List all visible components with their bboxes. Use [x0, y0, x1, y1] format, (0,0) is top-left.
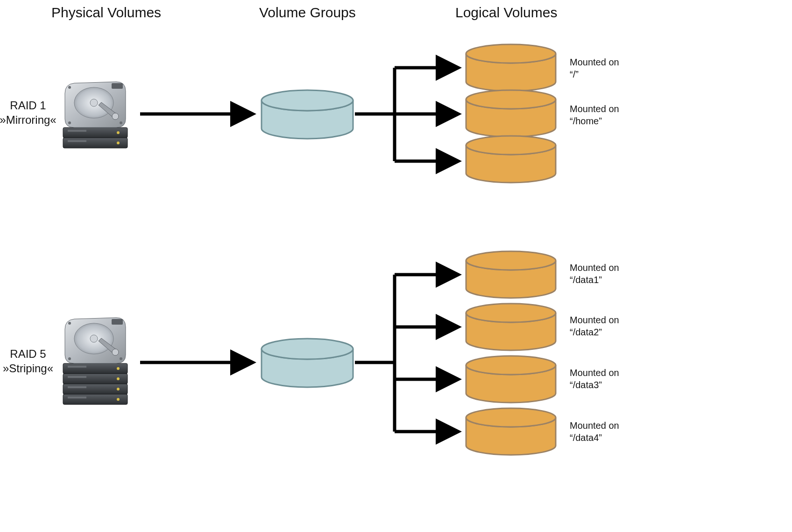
svg-point-2 [117, 131, 120, 134]
svg-point-39 [466, 136, 556, 155]
svg-point-42 [466, 356, 556, 375]
svg-rect-14 [112, 83, 123, 89]
svg-point-29 [68, 322, 71, 325]
svg-point-12 [120, 121, 122, 124]
svg-point-19 [117, 377, 120, 380]
svg-point-22 [117, 388, 120, 390]
svg-point-16 [117, 367, 120, 370]
svg-point-38 [466, 90, 556, 109]
svg-rect-34 [112, 319, 123, 325]
diagram-svg [0, 0, 792, 532]
vg-datavg-cylinder [262, 339, 353, 387]
svg-rect-3 [68, 130, 86, 132]
svg-point-8 [90, 99, 98, 106]
disk-raid1-icon [63, 82, 127, 148]
svg-point-43 [466, 408, 556, 427]
lv-home-cylinder [466, 90, 556, 137]
svg-rect-26 [68, 397, 86, 398]
lv-data4-cylinder [466, 408, 556, 455]
svg-point-37 [466, 44, 556, 63]
svg-point-33 [112, 349, 119, 355]
arrow-rootvg-branch [355, 68, 455, 161]
svg-point-25 [117, 398, 120, 401]
lv-data2-cylinder [466, 304, 556, 350]
lv-data1-cylinder [466, 251, 556, 298]
svg-point-40 [466, 251, 556, 270]
svg-rect-6 [68, 140, 86, 142]
svg-point-11 [68, 121, 71, 124]
svg-point-9 [68, 86, 71, 89]
svg-rect-17 [68, 366, 86, 368]
vg-rootvg-cylinder [262, 90, 353, 139]
svg-rect-20 [68, 376, 86, 378]
svg-point-31 [68, 357, 71, 360]
svg-point-41 [466, 304, 556, 322]
lv-data3-cylinder [466, 356, 556, 403]
svg-point-28 [90, 335, 98, 342]
disk-raid5-icon [63, 318, 127, 404]
arrow-datavg-branch [355, 275, 455, 432]
svg-point-32 [120, 357, 122, 360]
svg-point-5 [117, 142, 120, 144]
lv-system-cylinder [466, 44, 556, 91]
svg-point-36 [262, 339, 353, 359]
lv-swap-cylinder [466, 136, 556, 183]
svg-rect-23 [68, 386, 86, 388]
svg-point-35 [262, 90, 353, 111]
svg-point-13 [112, 113, 119, 120]
